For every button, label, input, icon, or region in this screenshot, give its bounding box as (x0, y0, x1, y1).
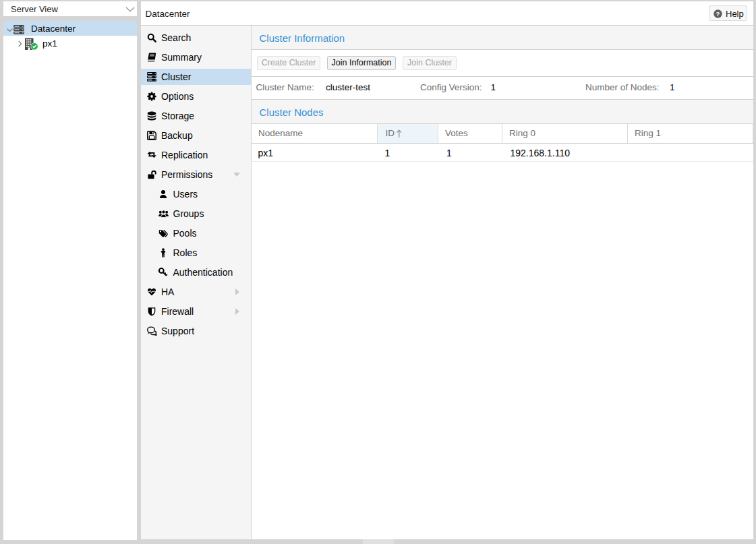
svg-text:?: ? (716, 10, 720, 18)
